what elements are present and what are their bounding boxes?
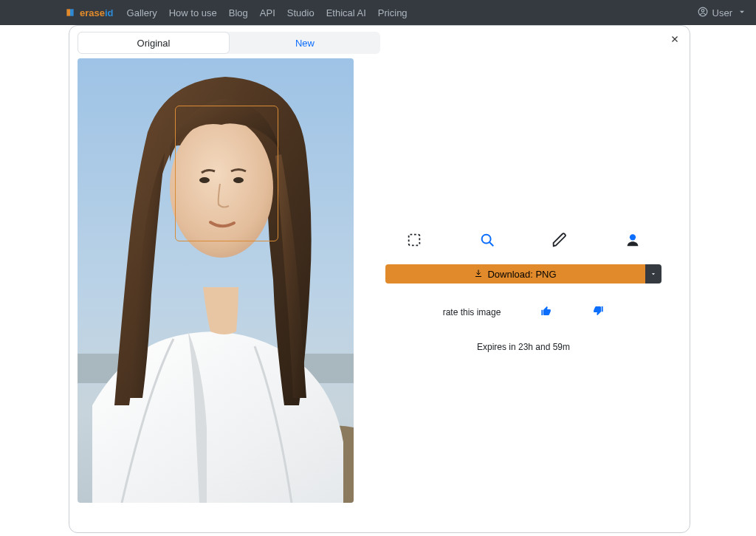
nav-gallery[interactable]: Gallery — [127, 7, 157, 18]
pencil-icon — [551, 232, 568, 250]
svg-point-1 — [701, 9, 704, 12]
user-menu[interactable]: User — [698, 7, 747, 19]
user-label: User — [712, 7, 732, 18]
download-dropdown[interactable] — [645, 264, 662, 284]
tab-bar: Original New — [78, 32, 380, 54]
close-icon — [670, 34, 680, 47]
thumbs-up-icon — [540, 308, 552, 319]
svg-rect-7 — [409, 234, 420, 245]
thumbs-up-button[interactable] — [540, 305, 552, 319]
close-button[interactable] — [667, 33, 682, 48]
chevron-down-icon — [737, 7, 747, 19]
tool-edit[interactable] — [545, 226, 574, 255]
brand-text: eraseid — [80, 7, 114, 18]
nav-pricing[interactable]: Pricing — [378, 7, 408, 18]
rate-row: rate this image — [385, 305, 662, 319]
selection-icon — [406, 232, 422, 250]
tab-new[interactable]: New — [230, 32, 380, 54]
nav-howto[interactable]: How to use — [169, 7, 217, 18]
nav-blog[interactable]: Blog — [229, 7, 248, 18]
nav-links: Gallery How to use Blog API Studio Ethic… — [127, 7, 408, 18]
nav-api[interactable]: API — [260, 7, 275, 18]
expire-text: Expires in 23h and 59m — [385, 342, 662, 352]
user-icon — [698, 7, 708, 19]
svg-point-4 — [170, 117, 273, 258]
image-preview[interactable] — [78, 58, 354, 503]
thumbs-down-button[interactable] — [592, 305, 604, 319]
caret-down-icon — [650, 269, 657, 280]
svg-point-10 — [630, 234, 636, 240]
download-icon — [474, 269, 483, 280]
tool-person[interactable] — [618, 226, 647, 255]
search-icon — [479, 232, 495, 250]
nav-studio[interactable]: Studio — [287, 7, 315, 18]
svg-point-6 — [233, 177, 244, 183]
svg-point-8 — [481, 234, 490, 243]
tab-original[interactable]: Original — [78, 32, 230, 54]
download-button[interactable]: Download: PNG — [385, 264, 645, 284]
person-icon — [625, 232, 641, 250]
tool-zoom[interactable] — [472, 226, 502, 255]
top-navbar: eraseid Gallery How to use Blog API Stud… — [0, 0, 756, 25]
tab-new-label: New — [295, 38, 315, 49]
tool-select[interactable] — [399, 226, 429, 255]
rate-label: rate this image — [443, 307, 501, 317]
logo-icon — [65, 7, 75, 18]
tab-original-label: Original — [137, 38, 171, 49]
brand-logo[interactable]: eraseid — [65, 7, 114, 18]
download-label: Download: PNG — [487, 269, 556, 280]
svg-line-9 — [489, 242, 493, 246]
svg-point-5 — [199, 177, 210, 183]
download-group: Download: PNG — [385, 264, 662, 284]
tool-row — [399, 226, 647, 255]
editor-card: Original New — [69, 25, 690, 533]
nav-ethical[interactable]: Ethical AI — [326, 7, 366, 18]
thumbs-down-icon — [592, 308, 604, 319]
